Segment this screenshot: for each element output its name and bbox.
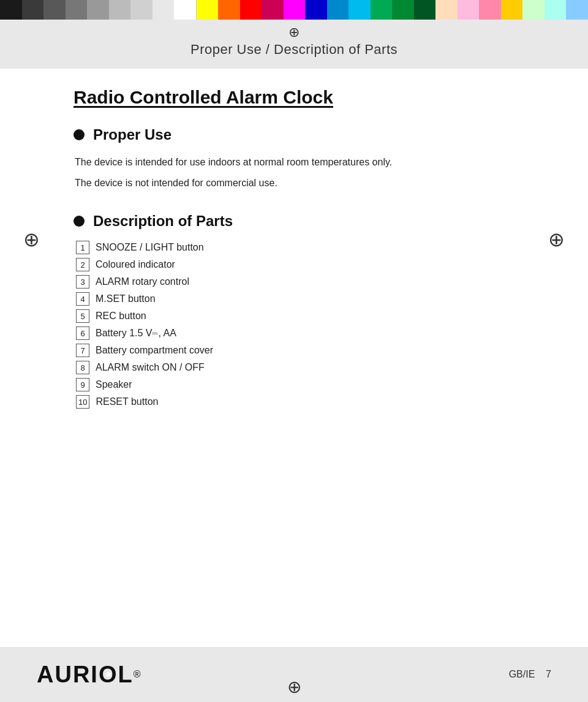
list-item: 1 SNOOZE / LIGHT button	[76, 241, 539, 254]
bullet-description	[74, 216, 85, 227]
color-swatch-4	[66, 0, 88, 20]
crosshair-right: ⊕	[548, 228, 565, 251]
color-swatch-light-blue	[566, 0, 588, 20]
list-item: 2 Coloured indicator	[76, 258, 539, 271]
brand-logo: AURIOL®	[37, 662, 141, 688]
color-swatch-light-pink	[458, 0, 480, 20]
color-swatch-7	[130, 0, 153, 20]
color-swatch-mid-blue	[327, 0, 349, 20]
bullet-proper-use	[74, 129, 85, 140]
color-swatch-2	[22, 0, 44, 20]
part-number-5: 5	[76, 309, 89, 323]
footer: AURIOL® GB/IE 7 ⊕	[0, 647, 588, 702]
proper-use-title: Proper Use	[93, 126, 172, 143]
part-label-10: RESET button	[96, 396, 158, 407]
list-item: 7 Battery compartment cover	[76, 344, 539, 357]
proper-use-section: Proper Use The device is intended for us…	[74, 126, 539, 191]
list-item: 6 Battery 1.5 V⎓, AA	[76, 326, 539, 340]
part-number-4: 4	[76, 292, 89, 306]
part-label-9: Speaker	[96, 379, 132, 390]
list-item: 3 ALARM rotary control	[76, 275, 539, 289]
color-swatch-mint	[522, 0, 545, 20]
main-content: ⊕ ⊕ Radio Controlled Alarm Clock Proper …	[0, 69, 588, 620]
color-swatch-gold	[501, 0, 523, 20]
color-swatch-pink-red	[262, 0, 284, 20]
list-item: 8 ALARM switch ON / OFF	[76, 361, 539, 374]
page-title: Radio Controlled Alarm Clock	[74, 87, 539, 108]
color-swatch-1	[0, 0, 22, 20]
part-number-3: 3	[76, 275, 89, 289]
color-swatch-dark-green	[392, 0, 414, 20]
region-label: GB/IE	[509, 669, 535, 679]
color-swatch-pink	[479, 0, 501, 20]
color-swatch-blue	[305, 0, 327, 20]
part-number-8: 8	[76, 361, 89, 374]
part-label-2: Coloured indicator	[96, 259, 175, 270]
crosshair-bottom: ⊕	[287, 677, 301, 697]
crosshair-left: ⊕	[23, 228, 40, 251]
color-swatch-yellow	[197, 0, 219, 20]
header-band: ⊕ Proper Use / Description of Parts	[0, 20, 588, 69]
part-number-2: 2	[76, 258, 89, 271]
color-swatch-green	[371, 0, 393, 20]
description-of-parts-section: Description of Parts 1 SNOOZE / LIGHT bu…	[74, 213, 539, 409]
description-title: Description of Parts	[93, 213, 233, 230]
part-number-10: 10	[76, 395, 89, 409]
color-swatch-3	[43, 0, 66, 20]
part-label-8: ALARM switch ON / OFF	[96, 362, 205, 373]
part-label-1: SNOOZE / LIGHT button	[96, 242, 204, 253]
part-label-4: M.SET button	[96, 293, 156, 304]
page-number: 7	[546, 669, 551, 679]
part-label-5: REC button	[96, 311, 146, 322]
list-item: 10 RESET button	[76, 395, 539, 409]
color-bar	[0, 0, 588, 20]
part-number-9: 9	[76, 378, 89, 391]
color-swatch-cyan	[349, 0, 371, 20]
proper-use-text-2: The device is not intended for commercia…	[75, 175, 539, 191]
color-swatch-6	[109, 0, 131, 20]
part-number-6: 6	[76, 326, 89, 340]
part-label-3: ALARM rotary control	[96, 276, 189, 287]
color-swatch-aqua	[545, 0, 567, 20]
description-header: Description of Parts	[74, 213, 539, 230]
list-item: 4 M.SET button	[76, 292, 539, 306]
color-swatch-peach	[435, 0, 458, 20]
color-swatch-white	[174, 0, 197, 20]
list-item: 5 REC button	[76, 309, 539, 323]
color-swatch-red	[240, 0, 262, 20]
color-swatch-magenta	[284, 0, 306, 20]
color-swatch-5	[87, 0, 109, 20]
part-label-6: Battery 1.5 V⎓, AA	[96, 328, 176, 339]
proper-use-text-1: The device is intended for use indoors a…	[75, 154, 539, 170]
brand-name: AURIOL®	[37, 662, 141, 688]
part-number-7: 7	[76, 344, 89, 357]
proper-use-header: Proper Use	[74, 126, 539, 143]
color-swatch-very-dark-green	[414, 0, 436, 20]
part-label-7: Battery compartment cover	[96, 345, 213, 356]
part-number-1: 1	[76, 241, 89, 254]
footer-region-info: GB/IE 7	[509, 669, 551, 680]
color-swatch-8	[153, 0, 175, 20]
header-title: Proper Use / Description of Parts	[0, 42, 588, 58]
crosshair-top: ⊕	[288, 25, 300, 40]
parts-list: 1 SNOOZE / LIGHT button 2 Coloured indic…	[76, 241, 539, 409]
list-item: 9 Speaker	[76, 378, 539, 391]
color-swatch-orange	[218, 0, 240, 20]
